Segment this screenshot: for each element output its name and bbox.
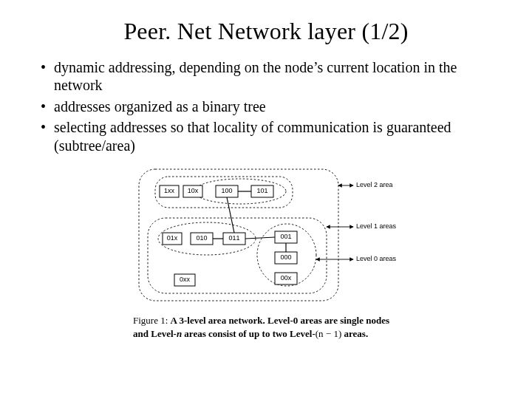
annotation-level1: Level 1 areas bbox=[356, 222, 397, 230]
figure-container: 1xx 10x 100 101 0xx 01x bbox=[0, 165, 532, 340]
caption-text: areas consist of up to two Level- bbox=[182, 328, 316, 339]
node-label: 001 bbox=[280, 233, 291, 240]
node-label: 011 bbox=[228, 234, 239, 242]
bullet-list: dynamic addressing, depending on the nod… bbox=[41, 58, 502, 154]
annotation-level2: Level 2 area bbox=[356, 181, 393, 188]
area-label: 10x bbox=[188, 187, 199, 194]
diagram-svg: 1xx 10x 100 101 0xx 01x bbox=[133, 165, 399, 305]
node-label: 101 bbox=[256, 187, 267, 194]
node-label: 000 bbox=[280, 253, 291, 261]
area-label: 1xx bbox=[164, 187, 175, 194]
slide: Peer. Net Network layer (1/2) dynamic ad… bbox=[0, 18, 532, 399]
annotation-level0: Level 0 areas bbox=[356, 255, 397, 262]
slide-title: Peer. Net Network layer (1/2) bbox=[0, 18, 532, 45]
edge bbox=[245, 237, 275, 239]
edge bbox=[227, 197, 234, 233]
caption-expr: (n − 1) bbox=[316, 328, 342, 339]
caption-prefix: Figure 1: bbox=[133, 315, 171, 326]
bullet-item: dynamic addressing, depending on the nod… bbox=[41, 58, 502, 95]
node-label: 100 bbox=[221, 187, 232, 194]
network-diagram: 1xx 10x 100 101 0xx 01x bbox=[133, 165, 399, 305]
bullet-item: selecting addresses so that locality of … bbox=[41, 118, 502, 154]
area-label: 01x bbox=[167, 234, 178, 242]
bullet-item: addresses organized as a binary tree bbox=[41, 98, 502, 115]
figure-caption: Figure 1: A 3-level area network. Level-… bbox=[133, 314, 399, 340]
area-label: 00x bbox=[281, 274, 292, 282]
node-label: 010 bbox=[196, 234, 207, 242]
caption-text: areas. bbox=[341, 328, 368, 339]
area-label: 0xx bbox=[180, 276, 191, 283]
